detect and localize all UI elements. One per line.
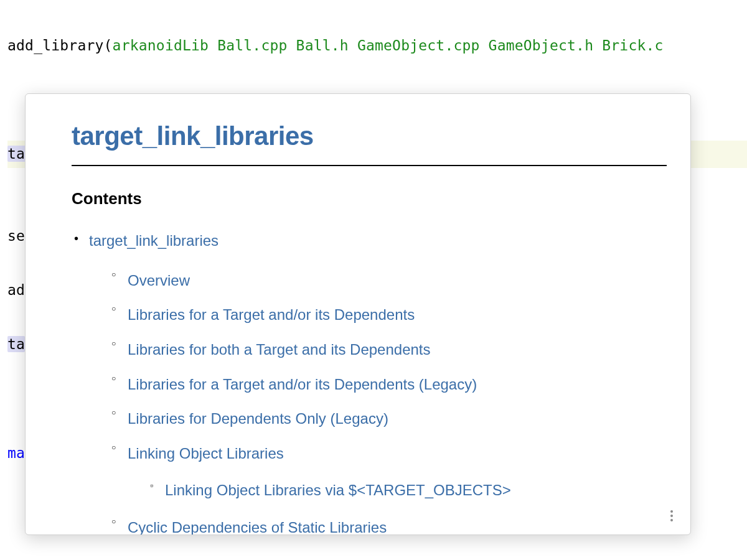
toc-item[interactable]: Libraries for both a Target and its Depe… (128, 335, 667, 364)
toc-item[interactable]: Overview (128, 266, 667, 295)
contents-heading: Contents (72, 184, 667, 214)
toc-link[interactable]: Libraries for both a Target and its Depe… (128, 341, 431, 358)
toc-link[interactable]: Linking Object Libraries via $<TARGET_OB… (165, 482, 511, 498)
toc-item[interactable]: Libraries for a Target and/or its Depend… (128, 301, 667, 329)
doc-title: target_link_libraries (72, 111, 667, 166)
code-line[interactable]: add_library(arkanoidLib Ball.cpp Ball.h … (7, 32, 747, 60)
code-line[interactable] (7, 549, 747, 560)
documentation-popup: target_link_libraries Contents target_li… (25, 93, 691, 535)
kebab-menu-icon[interactable] (664, 508, 679, 523)
toc-item[interactable]: Libraries for a Target and/or its Depend… (128, 370, 667, 399)
toc-item[interactable]: Cyclic Dependencies of Static Libraries (128, 513, 667, 535)
toc-link[interactable]: Linking Object Libraries (128, 445, 284, 462)
toc-link[interactable]: Overview (128, 272, 190, 289)
toc-item[interactable]: Libraries for Dependents Only (Legacy) (128, 404, 667, 433)
toc-link[interactable]: Cyclic Dependencies of Static Libraries (128, 519, 387, 535)
toc-item[interactable]: Linking Object Libraries (128, 439, 667, 468)
table-of-contents: target_link_libraries Overview Libraries… (72, 226, 667, 535)
cmake-command: add_library (7, 37, 104, 54)
cmake-args: arkanoidLib Ball.cpp Ball.h GameObject.c… (113, 37, 664, 54)
toc-link[interactable]: Libraries for a Target and/or its Depend… (128, 376, 477, 393)
toc-root-item[interactable]: target_link_libraries (72, 226, 667, 255)
toc-link[interactable]: target_link_libraries (89, 232, 218, 249)
toc-subitem[interactable]: Linking Object Libraries via $<TARGET_OB… (165, 476, 667, 505)
toc-link[interactable]: Libraries for Dependents Only (Legacy) (128, 410, 388, 427)
toc-link[interactable]: Libraries for a Target and/or its Depend… (128, 306, 415, 323)
